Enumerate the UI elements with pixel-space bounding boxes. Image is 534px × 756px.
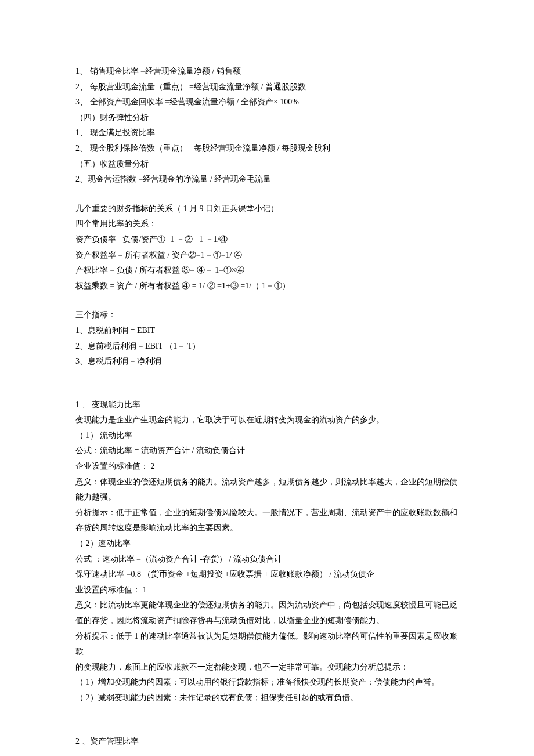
text-line: 2、 每股营业现金流量（重点） =经营现金流量净额 / 普通股股数 xyxy=(75,79,459,95)
text-line: 保守速动比率 =0.8 （货币资金 +短期投资 +应收票据 + 应收账款净额） … xyxy=(75,567,459,583)
text-line: 2 、资产管理比率 xyxy=(75,734,459,750)
text-line: （ 1） 流动比率 xyxy=(75,428,459,444)
text-line: 资产权益率 = 所有者权益 / 资产②=1－①=1/ ④ xyxy=(75,248,459,263)
text-line: 2、现金营运指数 =经营现金的净流量 / 经营现金毛流量 xyxy=(75,172,459,187)
text-line: 1 、 变现能力比率 xyxy=(75,397,459,413)
text-line: 权益乘数 = 资产 / 所有者权益 ④ = 1/ ② =1+③ =1/（ 1－①… xyxy=(75,278,459,294)
text-line: 资产负债率 =负债/资产①=1 －② =1 －1/④ xyxy=(75,232,459,248)
text-line: 三个指标： xyxy=(75,308,459,323)
text-line: 企业设置的标准值： 2 xyxy=(75,459,459,475)
text-line: （四）财务弹性分析 xyxy=(75,110,459,126)
text-line: 1、息税前利润 = EBIT xyxy=(75,323,459,339)
text-line: 1、 销售现金比率 =经营现金流量净额 / 销售额 xyxy=(75,64,459,79)
text-line: 公式：流动比率 = 流动资产合计 / 流动负债合计 xyxy=(75,443,459,459)
text-line: 3、息税后利润 = 净利润 xyxy=(75,354,459,370)
text-line: （五）收益质量分析 xyxy=(75,157,459,172)
text-line: 的变现能力，账面上的应收账款不一定都能变现，也不一定非常可靠。变现能力分析总提示… xyxy=(75,660,459,675)
text-line: 分析提示：低于正常值，企业的短期偿债风险较大。一般情况下，营业周期、流动资产中的… xyxy=(75,505,459,536)
text-line: 2、息前税后利润 = EBIT （1－ T） xyxy=(75,339,459,355)
text-line: 产权比率 = 负债 / 所有者权益 ③= ④－ 1=①×④ xyxy=(75,263,459,278)
text-line: （ 2）速动比率 xyxy=(75,536,459,552)
spacer xyxy=(75,706,459,734)
spacer xyxy=(75,187,459,201)
text-line: 2、 现金股利保险倍数（重点） =每股经营现金流量净额 / 每股现金股利 xyxy=(75,141,459,157)
text-line: 意义：体现企业的偿还短期债务的能力。流动资产越多，短期债务越少，则流动比率越大，… xyxy=(75,475,459,505)
text-line: 业设置的标准值： 1 xyxy=(75,583,459,598)
spacer xyxy=(75,294,459,308)
text-line: （ 1）增加变现能力的因素：可以动用的银行贷款指标；准备很快变现的长期资产；偿债… xyxy=(75,675,459,690)
text-line: 公式 ：速动比率 =（流动资产合计 -存货） / 流动负债合计 xyxy=(75,552,459,567)
text-line: 分析提示：低于 1 的速动比率通常被认为是短期偿债能力偏低。影响速动比率的可信性… xyxy=(75,629,459,660)
text-line: 四个常用比率的关系： xyxy=(75,216,459,232)
text-line: 变现能力是企业产生现金的能力，它取决于可以在近期转变为现金的流动资产的多少。 xyxy=(75,413,459,428)
text-line: 几个重要的财务指标的关系（ 1 月 9 日刘正兵课堂小记） xyxy=(75,201,459,217)
text-line: （ 2）减弱变现能力的因素：未作记录的或有负债；担保责任引起的或有负债。 xyxy=(75,690,459,706)
text-line: 3、 全部资产现金回收率 =经营现金流量净额 / 全部资产× 100% xyxy=(75,95,459,110)
text-line: 1、 现金满足投资比率 xyxy=(75,125,459,141)
spacer xyxy=(75,370,459,397)
text-line: 意义：比流动比率更能体现企业的偿还短期债务的能力。因为流动资产中，尚包括变现速度… xyxy=(75,598,459,628)
